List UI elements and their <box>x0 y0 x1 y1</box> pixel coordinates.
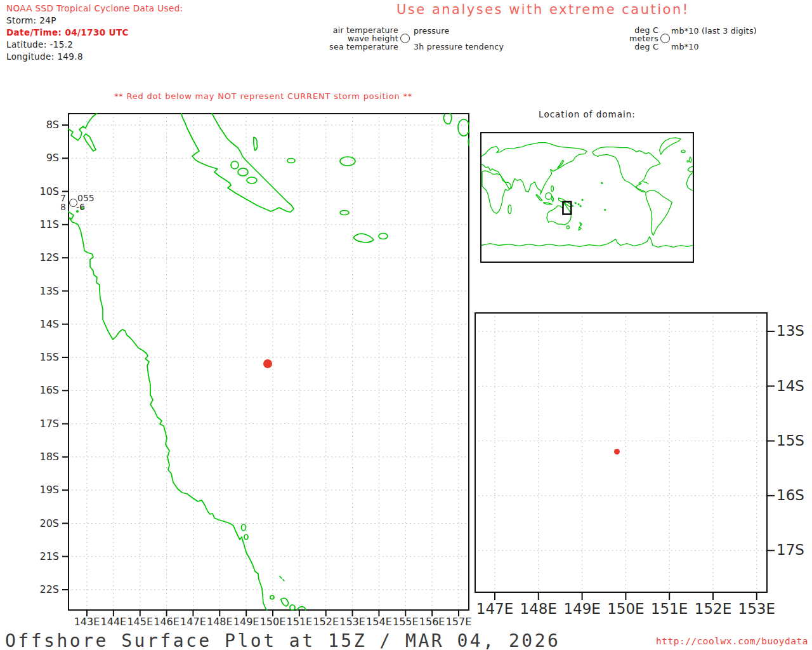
lat-tick-label: 13S <box>776 322 804 339</box>
lat-tick-label: 15S <box>776 432 804 449</box>
header-datetime: Date/Time: 04/1730 UTC <box>6 27 129 37</box>
lat-tick-label: 16S <box>776 487 804 503</box>
lon-tick-label: 152E <box>313 616 339 628</box>
lat-tick-label: 16S <box>26 384 59 396</box>
lat-tick-label: 14S <box>776 378 804 394</box>
lat-tick-label: 13S <box>26 285 59 297</box>
storm-position-dot <box>263 359 272 368</box>
units-sea-temperature: deg C <box>634 42 658 51</box>
lat-tick-label: 12S <box>26 251 59 263</box>
inset-map-grid <box>475 312 768 593</box>
zoomed-inset-map: 147E148E149E150E151E152E153E13S14S15S16S… <box>475 312 768 593</box>
lat-tick-label: 20S <box>26 517 59 529</box>
lat-tick-label: 9S <box>26 152 59 164</box>
offshore-surface-plot-page: NOAA SSD Tropical Cyclone Data Used: Sto… <box>0 0 812 650</box>
lon-tick-label: 153E <box>738 600 775 617</box>
station-sea-temp: 8 <box>41 202 66 212</box>
lat-tick-label: 11S <box>26 218 59 230</box>
legend-sea-temperature-label: sea temperature <box>329 42 398 51</box>
station-tendency: -6 <box>76 202 85 212</box>
lat-tick-label: 17S <box>26 418 59 430</box>
lon-tick-label: 148E <box>207 616 233 628</box>
lon-tick-label: 156E <box>419 616 445 628</box>
lon-tick-label: 150E <box>607 600 644 617</box>
header-source-line: NOAA SSD Tropical Cyclone Data Used: <box>6 3 183 13</box>
lon-tick-label: 150E <box>260 616 286 628</box>
lat-tick-label: 22S <box>26 583 59 595</box>
lon-tick-label: 152E <box>695 600 731 617</box>
lat-tick-label: 14S <box>26 318 59 330</box>
lon-tick-label: 155E <box>393 616 419 628</box>
lon-tick-label: 151E <box>651 600 688 617</box>
storm-position-warning: ** Red dot below may NOT represent CURRE… <box>114 91 412 101</box>
lat-tick-label: 18S <box>26 451 59 463</box>
lon-tick-label: 147E <box>476 600 513 617</box>
lat-tick-label: 8S <box>26 119 59 131</box>
lon-tick-label: 151E <box>287 616 313 628</box>
lat-tick-label: 21S <box>26 550 59 562</box>
header-longitude: Longitude: 149.8 <box>6 51 83 62</box>
lon-tick-label: 146E <box>154 616 180 628</box>
lon-tick-label: 143E <box>74 616 100 628</box>
lon-tick-label: 147E <box>180 616 206 628</box>
source-url: http://coolwx.com/buoydata <box>656 636 808 646</box>
world-inset-title: Location of domain: <box>480 109 694 119</box>
lon-tick-label: 149E <box>233 616 259 628</box>
main-map: 143E144E145E146E147E148E149E150E151E152E… <box>68 113 469 611</box>
caution-banner: Use analyses with extreme caution! <box>396 2 690 17</box>
lat-tick-label: 17S <box>776 541 804 558</box>
lon-tick-label: 157E <box>446 616 472 628</box>
lat-tick-label: 15S <box>26 351 59 363</box>
header-storm: Storm: 24P <box>6 15 56 25</box>
lat-tick-label: 19S <box>26 484 59 496</box>
units-pressure-tendency: mb*10 <box>671 42 699 51</box>
lon-tick-label: 153E <box>339 616 365 628</box>
world-inset-map <box>480 132 694 263</box>
header-latitude: Latitude: -15.2 <box>6 39 73 50</box>
lon-tick-label: 154E <box>366 616 392 628</box>
legend-pressure-tendency-label: 3h pressure tendency <box>414 42 504 51</box>
lon-tick-label: 149E <box>563 600 600 617</box>
legend-pressure-label: pressure <box>414 26 449 36</box>
units-pressure: mb*10 (last 3 digits) <box>671 26 757 36</box>
lon-tick-label: 148E <box>520 600 557 617</box>
lon-tick-label: 145E <box>127 616 153 628</box>
station-model-circle-icon <box>400 34 410 43</box>
plot-title: Offshore Surface Plot at 15Z / MAR 04, 2… <box>5 630 560 650</box>
lon-tick-label: 144E <box>101 616 127 628</box>
units-model-circle-icon <box>660 34 670 43</box>
